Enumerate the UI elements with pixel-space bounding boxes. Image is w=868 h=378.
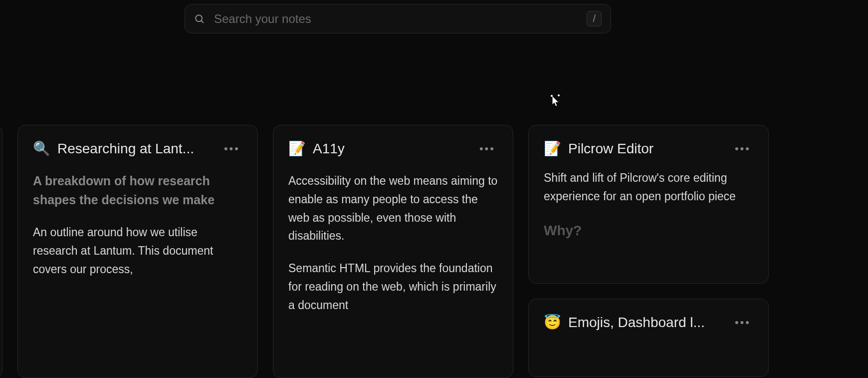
search-shortcut-key: / xyxy=(587,11,602,26)
note-card-researching[interactable]: 🔍 Researching at Lant... ••• A breakdown… xyxy=(17,125,258,378)
card-section-heading: Why? xyxy=(544,220,753,242)
card-title: A11y xyxy=(313,141,345,157)
card-body: Shift and lift of Pilcrow's core editing… xyxy=(544,169,753,242)
card-title-wrap: 🔍 Researching at Lant... xyxy=(33,140,194,157)
memo-emoji-icon: 📝 xyxy=(544,140,561,157)
card-body: An outline around how we utilise researc… xyxy=(33,223,242,278)
magnifier-emoji-icon: 🔍 xyxy=(33,140,50,157)
search-bar[interactable]: / xyxy=(185,4,611,33)
note-card-a11y[interactable]: 📝 A11y ••• Accessibility on the web mean… xyxy=(273,125,513,378)
card-header: 📝 A11y ••• xyxy=(288,140,498,157)
note-card-pilcrow[interactable]: 📝 Pilcrow Editor ••• Shift and lift of P… xyxy=(528,125,769,284)
card-column: 📝 Pilcrow Editor ••• Shift and lift of P… xyxy=(528,125,769,378)
cards-grid: 🔍 Researching at Lant... ••• A breakdown… xyxy=(17,125,769,378)
card-title-wrap: 📝 A11y xyxy=(288,140,345,157)
card-paragraph: Accessibility on the web means aiming to… xyxy=(288,172,498,245)
card-title-wrap: 😇 Emojis, Dashboard l... xyxy=(544,314,705,331)
card-title: Emojis, Dashboard l... xyxy=(568,315,705,331)
card-title: Researching at Lant... xyxy=(57,141,194,157)
cursor-pointer-icon xyxy=(549,94,562,111)
card-menu-button[interactable]: ••• xyxy=(477,142,498,155)
card-paragraph: Semantic HTML provides the foundation fo… xyxy=(288,259,498,314)
note-card-emojis[interactable]: 😇 Emojis, Dashboard l... ••• xyxy=(528,299,769,377)
card-body: Accessibility on the web means aiming to… xyxy=(288,172,498,315)
search-input[interactable] xyxy=(214,12,578,26)
svg-line-1 xyxy=(201,20,203,22)
card-paragraph: Shift and lift of Pilcrow's core editing… xyxy=(544,169,753,206)
card-menu-button[interactable]: ••• xyxy=(732,316,753,329)
search-container: / xyxy=(185,4,611,33)
card-header: 📝 Pilcrow Editor ••• xyxy=(544,140,753,157)
card-sliver[interactable] xyxy=(0,125,2,378)
card-header: 🔍 Researching at Lant... ••• xyxy=(33,140,242,157)
card-header: 😇 Emojis, Dashboard l... ••• xyxy=(544,314,753,331)
card-menu-button[interactable]: ••• xyxy=(221,142,242,155)
memo-emoji-icon: 📝 xyxy=(288,140,306,157)
card-subtitle: A breakdown of how research shapes the d… xyxy=(33,172,242,209)
halo-emoji-icon: 😇 xyxy=(544,314,561,331)
card-title: Pilcrow Editor xyxy=(568,141,653,157)
card-paragraph: An outline around how we utilise researc… xyxy=(33,223,242,278)
card-title-wrap: 📝 Pilcrow Editor xyxy=(544,140,653,157)
search-icon xyxy=(194,13,205,24)
card-menu-button[interactable]: ••• xyxy=(732,142,753,155)
